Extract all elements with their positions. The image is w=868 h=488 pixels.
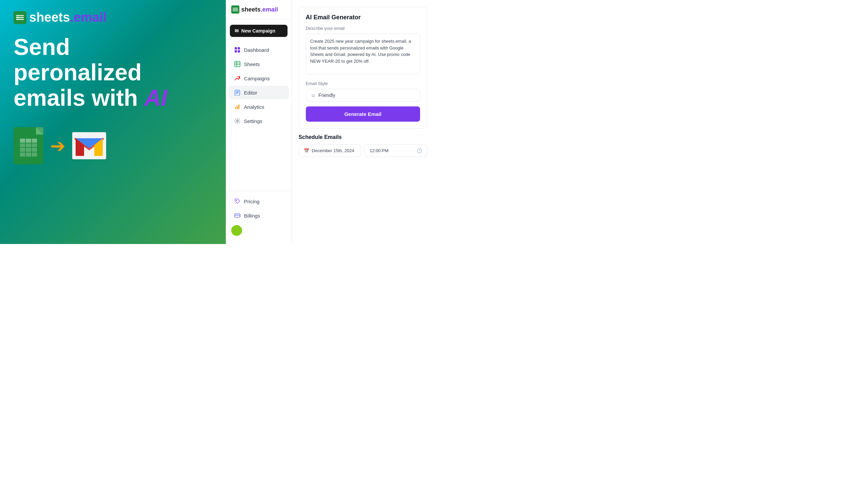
settings-label: Settings [244,118,262,124]
analytics-icon [234,103,241,110]
date-input[interactable]: 📅 December 15th, 2024 [299,144,361,157]
svg-rect-14 [233,11,238,11]
sheets-icon [234,61,241,67]
cell [32,152,37,157]
pricing-label: Pricing [244,199,260,204]
smiley-icon: ☺ [311,93,316,98]
svg-rect-16 [238,47,240,49]
svg-rect-28 [237,106,238,109]
sidebar-item-campaigns[interactable]: Campaigns [229,72,289,85]
analytics-label: Analytics [244,104,264,110]
style-value: Friendly [318,93,335,98]
cell [26,139,31,143]
ai-generator-title: AI Email Generator [306,14,420,21]
cell [20,152,25,157]
svg-rect-29 [238,104,239,109]
schedule-inputs: 📅 December 15th, 2024 12:00 PM 🕛 [299,144,427,157]
svg-rect-12 [233,8,238,8]
svg-rect-18 [238,50,240,53]
cell [26,152,31,157]
time-value: 12:00 PM [370,148,389,153]
cell [26,143,31,147]
editor-icon [234,89,241,96]
cell [32,139,37,143]
email-style-section: Email Style ☺ Friendly [306,81,420,102]
envelope-icon: ✉ [235,28,239,34]
hero-title: Send peronalized emails with AI [14,34,212,110]
svg-point-30 [236,120,238,122]
hero-line3: emails with [14,85,138,110]
cell [32,148,37,152]
pricing-icon [234,198,241,205]
style-label: Email Style [306,81,420,86]
hero-icons: ➔ [14,127,212,164]
hero-line1: Send [14,34,70,60]
clock-icon: 🕛 [417,148,422,153]
cell [20,148,25,152]
logo-sheets: sheets [29,10,70,24]
sidebar-logo-text: sheets.email [241,6,278,13]
campaigns-icon [234,75,241,82]
ai-generator-card: AI Email Generator Describe your email E… [299,7,427,129]
svg-rect-19 [235,61,240,67]
sheets-grid [17,132,40,160]
sidebar-logo-dot-email: .email [261,6,278,13]
description-label: Describe your email [306,26,420,31]
svg-rect-23 [235,90,240,96]
dashboard-label: Dashboard [244,47,269,53]
new-campaign-label: New Campaign [241,28,275,34]
logo-text: sheets.email [29,10,106,25]
main-content: AI Email Generator Describe your email E… [292,0,434,244]
campaigns-label: Campaigns [244,76,270,81]
sidebar-logo-sheets: sheets [241,6,261,13]
hero-ai: AI [144,85,167,110]
sidebar-item-dashboard[interactable]: Dashboard [229,43,289,57]
svg-rect-13 [233,9,238,10]
svg-rect-27 [235,107,236,109]
email-description-input[interactable] [306,34,420,74]
sidebar: sheets.email ✉ New Campaign Dashboard Sh… [226,0,292,244]
sidebar-logo-icon [231,5,239,14]
sidebar-item-editor[interactable]: Editor [229,86,289,99]
cell [20,143,25,147]
cell [20,139,25,143]
dashboard-icon [234,46,241,53]
time-input[interactable]: 12:00 PM 🕛 [364,144,427,157]
calendar-icon: 📅 [304,148,309,153]
nav-items: Dashboard Sheets Campaigns Editor [226,40,292,191]
cell [32,143,37,147]
logo-dot-email: .email [70,10,106,24]
sidebar-item-sheets[interactable]: Sheets [229,57,289,71]
svg-point-31 [236,200,237,201]
doc-fold [36,127,43,135]
sheets-document-icon [14,127,43,164]
new-campaign-button[interactable]: ✉ New Campaign [230,25,288,37]
avatar[interactable] [231,225,242,236]
svg-rect-4 [16,15,19,20]
sidebar-logo: sheets.email [226,5,292,19]
logo: sheets.email [14,10,212,25]
sidebar-item-settings[interactable]: Settings [229,114,289,128]
sheets-label: Sheets [244,61,260,67]
svg-rect-15 [235,47,237,49]
svg-rect-32 [235,214,240,217]
sheets-logo-icon [14,11,26,24]
hero-line2: peronalized [14,59,142,85]
schedule-section: Schedule Emails 📅 December 15th, 2024 12… [299,134,427,157]
generate-email-label: Generate Email [344,111,381,117]
sidebar-item-analytics[interactable]: Analytics [229,100,289,114]
svg-rect-17 [235,50,237,53]
schedule-title: Schedule Emails [299,134,427,140]
style-selector[interactable]: ☺ Friendly [306,89,420,102]
gmail-icon [72,132,106,159]
arrow-icon: ➔ [50,137,65,155]
billings-icon [234,212,241,219]
hero-section: sheets.email Send peronalized emails wit… [0,0,226,244]
billings-label: Billings [244,213,260,219]
date-value: December 15th, 2024 [312,148,354,153]
generate-email-button[interactable]: Generate Email [306,106,420,122]
sidebar-item-billings[interactable]: Billings [229,209,289,222]
settings-icon [234,118,241,124]
sidebar-item-pricing[interactable]: Pricing [229,195,289,208]
bottom-nav: Pricing Billings [226,191,292,239]
